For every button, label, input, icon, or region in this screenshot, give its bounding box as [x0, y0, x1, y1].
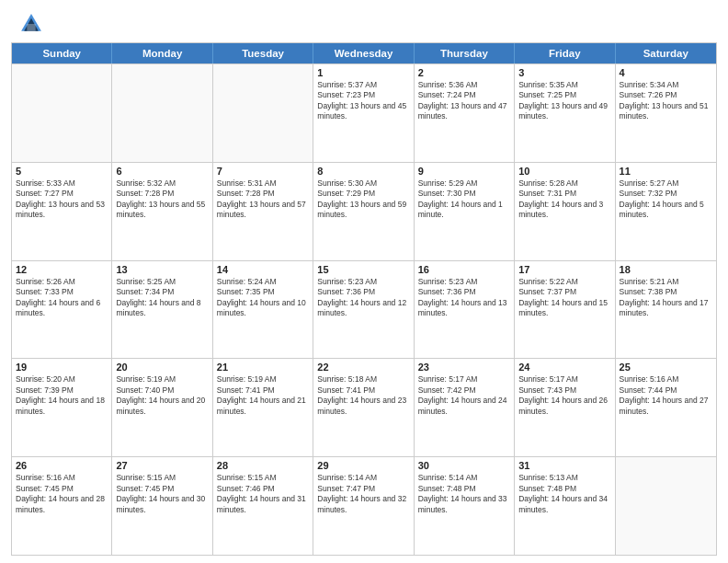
- calendar-header-cell: Sunday: [12, 43, 112, 63]
- cell-sun-info: Sunrise: 5:15 AM Sunset: 7:46 PM Dayligh…: [217, 473, 309, 515]
- calendar-cell: 6Sunrise: 5:32 AM Sunset: 7:28 PM Daylig…: [112, 163, 212, 260]
- day-number: 3: [518, 67, 610, 78]
- calendar-cell: 2Sunrise: 5:36 AM Sunset: 7:24 PM Daylig…: [415, 64, 515, 162]
- header: [0, 0, 728, 42]
- cell-sun-info: Sunrise: 5:22 AM Sunset: 7:37 PM Dayligh…: [518, 277, 610, 319]
- day-number: 22: [317, 362, 409, 373]
- cell-sun-info: Sunrise: 5:14 AM Sunset: 7:47 PM Dayligh…: [317, 473, 409, 515]
- calendar-cell: 5Sunrise: 5:33 AM Sunset: 7:27 PM Daylig…: [12, 163, 112, 260]
- day-number: 10: [518, 166, 610, 177]
- calendar-week: 5Sunrise: 5:33 AM Sunset: 7:27 PM Daylig…: [12, 162, 716, 260]
- day-number: 6: [116, 166, 208, 177]
- calendar-header-cell: Friday: [515, 43, 615, 63]
- day-number: 13: [116, 264, 208, 275]
- day-number: 7: [217, 166, 309, 177]
- calendar-cell: 14Sunrise: 5:24 AM Sunset: 7:35 PM Dayli…: [213, 261, 313, 359]
- calendar-cell: 26Sunrise: 5:16 AM Sunset: 7:45 PM Dayli…: [12, 457, 112, 555]
- cell-sun-info: Sunrise: 5:23 AM Sunset: 7:36 PM Dayligh…: [317, 277, 409, 319]
- calendar-week: 26Sunrise: 5:16 AM Sunset: 7:45 PM Dayli…: [12, 456, 716, 555]
- calendar-cell: 29Sunrise: 5:14 AM Sunset: 7:47 PM Dayli…: [313, 457, 414, 555]
- cell-sun-info: Sunrise: 5:31 AM Sunset: 7:28 PM Dayligh…: [217, 178, 309, 221]
- cell-sun-info: Sunrise: 5:20 AM Sunset: 7:39 PM Dayligh…: [16, 374, 108, 417]
- cell-sun-info: Sunrise: 5:16 AM Sunset: 7:44 PM Dayligh…: [620, 374, 712, 417]
- day-number: 4: [620, 67, 712, 78]
- cell-sun-info: Sunrise: 5:14 AM Sunset: 7:48 PM Dayligh…: [418, 473, 510, 515]
- calendar-cell: 28Sunrise: 5:15 AM Sunset: 7:46 PM Dayli…: [213, 457, 313, 555]
- calendar-week: 12Sunrise: 5:26 AM Sunset: 7:33 PM Dayli…: [12, 260, 716, 359]
- calendar-cell: 15Sunrise: 5:23 AM Sunset: 7:36 PM Dayli…: [313, 261, 414, 359]
- day-number: 2: [418, 67, 510, 78]
- day-number: 30: [418, 460, 510, 471]
- calendar-cell: 31Sunrise: 5:13 AM Sunset: 7:48 PM Dayli…: [515, 457, 615, 555]
- day-number: 12: [16, 264, 108, 275]
- day-number: 14: [217, 264, 309, 275]
- day-number: 17: [518, 264, 610, 275]
- calendar-cell: 24Sunrise: 5:17 AM Sunset: 7:43 PM Dayli…: [515, 359, 615, 456]
- calendar-week: 1Sunrise: 5:37 AM Sunset: 7:23 PM Daylig…: [12, 63, 716, 162]
- cell-sun-info: Sunrise: 5:17 AM Sunset: 7:43 PM Dayligh…: [518, 374, 610, 417]
- calendar-cell: 13Sunrise: 5:25 AM Sunset: 7:34 PM Dayli…: [112, 261, 212, 359]
- cell-sun-info: Sunrise: 5:24 AM Sunset: 7:35 PM Dayligh…: [217, 277, 309, 319]
- calendar-header: SundayMondayTuesdayWednesdayThursdayFrid…: [12, 43, 716, 63]
- cell-sun-info: Sunrise: 5:19 AM Sunset: 7:41 PM Dayligh…: [217, 374, 309, 417]
- day-number: 5: [16, 166, 108, 177]
- calendar-cell: 7Sunrise: 5:31 AM Sunset: 7:28 PM Daylig…: [213, 163, 313, 260]
- day-number: 15: [317, 264, 409, 275]
- day-number: 24: [518, 362, 610, 373]
- calendar-header-cell: Saturday: [616, 43, 716, 63]
- day-number: 1: [317, 67, 409, 78]
- cell-sun-info: Sunrise: 5:23 AM Sunset: 7:36 PM Dayligh…: [418, 277, 510, 319]
- cell-sun-info: Sunrise: 5:21 AM Sunset: 7:38 PM Dayligh…: [620, 277, 712, 319]
- calendar-header-cell: Monday: [112, 43, 212, 63]
- day-number: 20: [116, 362, 208, 373]
- calendar-cell: 10Sunrise: 5:28 AM Sunset: 7:31 PM Dayli…: [515, 163, 615, 260]
- day-number: 28: [217, 460, 309, 471]
- day-number: 31: [518, 460, 610, 471]
- day-number: 8: [317, 166, 409, 177]
- cell-sun-info: Sunrise: 5:25 AM Sunset: 7:34 PM Dayligh…: [116, 277, 208, 319]
- cell-sun-info: Sunrise: 5:35 AM Sunset: 7:25 PM Dayligh…: [518, 80, 610, 122]
- day-number: 18: [620, 264, 712, 275]
- day-number: 25: [620, 362, 712, 373]
- calendar-cell: 3Sunrise: 5:35 AM Sunset: 7:25 PM Daylig…: [515, 64, 615, 162]
- day-number: 23: [418, 362, 510, 373]
- cell-sun-info: Sunrise: 5:34 AM Sunset: 7:26 PM Dayligh…: [620, 80, 712, 122]
- calendar-header-cell: Wednesday: [313, 43, 414, 63]
- calendar-cell: 20Sunrise: 5:19 AM Sunset: 7:40 PM Dayli…: [112, 359, 212, 456]
- day-number: 16: [418, 264, 510, 275]
- svg-rect-2: [27, 24, 35, 31]
- calendar-week: 19Sunrise: 5:20 AM Sunset: 7:39 PM Dayli…: [12, 358, 716, 456]
- calendar-cell: 21Sunrise: 5:19 AM Sunset: 7:41 PM Dayli…: [213, 359, 313, 456]
- calendar-cell: 17Sunrise: 5:22 AM Sunset: 7:37 PM Dayli…: [515, 261, 615, 359]
- cell-sun-info: Sunrise: 5:36 AM Sunset: 7:24 PM Dayligh…: [418, 80, 510, 122]
- calendar-cell: 1Sunrise: 5:37 AM Sunset: 7:23 PM Daylig…: [313, 64, 414, 162]
- cell-sun-info: Sunrise: 5:13 AM Sunset: 7:48 PM Dayligh…: [518, 473, 610, 515]
- calendar-cell: 22Sunrise: 5:18 AM Sunset: 7:41 PM Dayli…: [313, 359, 414, 456]
- calendar-cell: 9Sunrise: 5:29 AM Sunset: 7:30 PM Daylig…: [415, 163, 515, 260]
- calendar-cell: [112, 64, 212, 162]
- calendar-cell: 19Sunrise: 5:20 AM Sunset: 7:39 PM Dayli…: [12, 359, 112, 456]
- day-number: 29: [317, 460, 409, 471]
- day-number: 9: [418, 166, 510, 177]
- day-number: 26: [16, 460, 108, 471]
- calendar-cell: 27Sunrise: 5:15 AM Sunset: 7:45 PM Dayli…: [112, 457, 212, 555]
- cell-sun-info: Sunrise: 5:15 AM Sunset: 7:45 PM Dayligh…: [116, 473, 208, 515]
- cell-sun-info: Sunrise: 5:18 AM Sunset: 7:41 PM Dayligh…: [317, 374, 409, 417]
- cell-sun-info: Sunrise: 5:33 AM Sunset: 7:27 PM Dayligh…: [16, 178, 108, 221]
- day-number: 27: [116, 460, 208, 471]
- calendar-cell: [213, 64, 313, 162]
- calendar-cell: [12, 64, 112, 162]
- calendar-cell: 8Sunrise: 5:30 AM Sunset: 7:29 PM Daylig…: [313, 163, 414, 260]
- calendar-cell: 25Sunrise: 5:16 AM Sunset: 7:44 PM Dayli…: [616, 359, 716, 456]
- cell-sun-info: Sunrise: 5:26 AM Sunset: 7:33 PM Dayligh…: [16, 277, 108, 319]
- day-number: 21: [217, 362, 309, 373]
- calendar-cell: 16Sunrise: 5:23 AM Sunset: 7:36 PM Dayli…: [415, 261, 515, 359]
- calendar-body: 1Sunrise: 5:37 AM Sunset: 7:23 PM Daylig…: [12, 63, 716, 555]
- calendar-cell: 4Sunrise: 5:34 AM Sunset: 7:26 PM Daylig…: [616, 64, 716, 162]
- logo-icon: [18, 11, 44, 37]
- calendar: SundayMondayTuesdayWednesdayThursdayFrid…: [11, 42, 717, 556]
- calendar-cell: 30Sunrise: 5:14 AM Sunset: 7:48 PM Dayli…: [415, 457, 515, 555]
- logo: [18, 11, 48, 37]
- calendar-header-cell: Tuesday: [213, 43, 313, 63]
- calendar-header-cell: Thursday: [415, 43, 515, 63]
